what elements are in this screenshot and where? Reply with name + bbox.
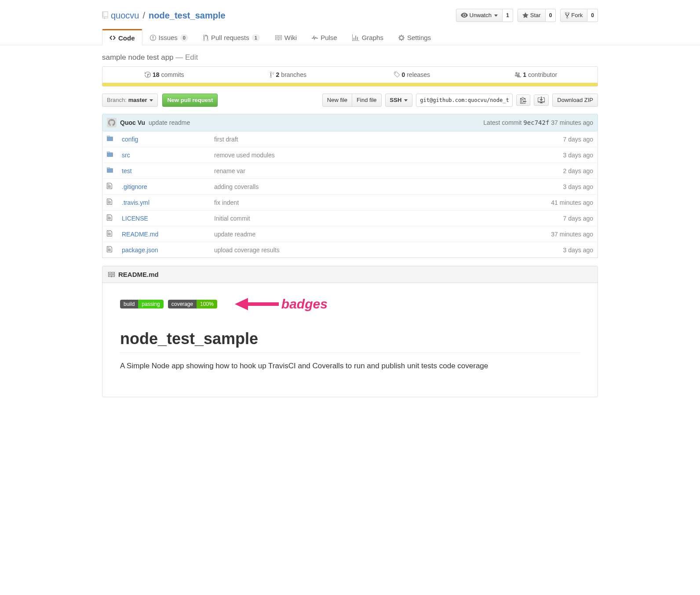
star-icon (522, 12, 529, 19)
caret-icon (494, 15, 498, 17)
avatar[interactable] (107, 118, 117, 127)
commits-stat[interactable]: 18 commits (102, 67, 226, 83)
repo-title: quocvu / node_test_sample (102, 11, 226, 21)
file-commit-link[interactable]: adding coveralls (214, 183, 259, 190)
file-name-link[interactable]: LICENSE (122, 215, 148, 222)
tab-pulse[interactable]: Pulse (304, 29, 345, 45)
find-file-button[interactable]: Find file (352, 94, 382, 107)
issues-count: 0 (180, 34, 188, 41)
tab-code[interactable]: Code (102, 29, 142, 45)
pr-icon (203, 34, 208, 41)
file-age: 3 days ago (528, 179, 598, 195)
tab-issues[interactable]: Issues 0 (142, 29, 196, 45)
branch-select-button[interactable]: Branch: master (102, 94, 158, 107)
file-name-link[interactable]: src (122, 152, 130, 159)
file-commit-link[interactable]: update readme (214, 231, 255, 238)
table-row: .gitignoreadding coveralls3 days ago (102, 179, 598, 195)
copy-url-button[interactable] (516, 94, 530, 106)
star-count[interactable]: 0 (546, 9, 556, 22)
graph-icon (352, 34, 359, 41)
file-name-link[interactable]: .gitignore (122, 183, 147, 190)
build-badge[interactable]: build passing (120, 300, 164, 308)
releases-stat[interactable]: 0 releases (350, 67, 474, 83)
commit-message-link[interactable]: update readme (149, 119, 190, 126)
tag-icon (394, 71, 400, 78)
annotation: badges (235, 296, 328, 312)
file-commit-link[interactable]: upload coverage results (214, 247, 280, 254)
download-desktop-button[interactable] (534, 94, 549, 106)
table-row: testrename var2 days ago (102, 163, 598, 179)
tab-graphs[interactable]: Graphs (345, 29, 391, 45)
watch-count[interactable]: 1 (503, 9, 513, 22)
fork-count[interactable]: 0 (587, 9, 598, 22)
file-commit-link[interactable]: fix indent (214, 199, 239, 206)
file-name-link[interactable]: config (122, 136, 138, 143)
pulls-count: 1 (252, 34, 260, 41)
file-icon (107, 214, 112, 221)
file-commit-link[interactable]: Initial commit (214, 215, 250, 222)
file-name-link[interactable]: README.md (122, 231, 158, 238)
repo-name-link[interactable]: node_test_sample (149, 11, 226, 21)
clone-protocol-button[interactable]: SSH (385, 94, 413, 107)
file-name-link[interactable]: package.json (122, 247, 158, 254)
new-file-button[interactable]: New file (322, 94, 352, 107)
table-row: srcremove used modules3 days ago (102, 147, 598, 163)
commit-author-link[interactable]: Quoc Vu (120, 119, 145, 126)
file-icon (107, 182, 112, 189)
commit-tease: Quoc Vu update readme Latest commit 9ec7… (102, 114, 598, 131)
repo-owner-link[interactable]: quocvu (111, 11, 139, 21)
clone-url-input[interactable] (416, 94, 513, 107)
issue-icon (150, 34, 156, 41)
file-icon (107, 230, 112, 237)
folder-icon (107, 151, 113, 158)
repo-icon (102, 11, 108, 19)
repo-separator: / (143, 11, 146, 21)
file-commit-link[interactable]: remove used modules (214, 152, 275, 159)
pagehead-actions: Unwatch 1 Star 0 Fork (456, 9, 598, 22)
download-zip-button[interactable]: Download ZIP (552, 94, 598, 107)
pulse-icon (312, 34, 318, 41)
unwatch-button[interactable]: Unwatch (456, 9, 503, 22)
table-row: README.mdupdate readme37 minutes ago (102, 226, 598, 242)
repo-nav: Code Issues 0 Pull requests 1 Wiki Pulse (102, 29, 598, 45)
book-icon (108, 271, 115, 278)
book-icon (275, 34, 282, 41)
file-icon (107, 198, 112, 205)
overall-summary: 18 commits 2 branches 0 releases 1 contr… (102, 66, 598, 83)
contributors-stat[interactable]: 1 contributor (474, 67, 598, 83)
file-age: 7 days ago (528, 210, 598, 226)
readme-header: README.md (102, 266, 598, 283)
folder-icon (107, 135, 113, 142)
eye-icon (461, 12, 468, 19)
history-icon (145, 71, 151, 78)
language-bar[interactable] (102, 83, 598, 87)
coverage-badge[interactable]: coverage 100% (168, 300, 217, 308)
edit-description-link[interactable]: Edit (185, 53, 198, 62)
fork-button[interactable]: Fork (560, 9, 587, 22)
file-commit-link[interactable]: rename var (214, 167, 245, 174)
readme-box: README.md build passing coverage 100% ba… (102, 266, 598, 397)
folder-icon (107, 167, 113, 174)
table-row: configfirst draft7 days ago (102, 131, 598, 147)
readme-heading: node_test_sample (120, 330, 580, 353)
file-icon (107, 246, 112, 253)
commit-sha-link[interactable]: 9ec742f (523, 119, 549, 126)
branch-icon (270, 71, 274, 78)
file-commit-link[interactable]: first draft (214, 136, 238, 143)
arrow-icon (235, 296, 279, 312)
new-pull-request-button[interactable]: New pull request (162, 94, 218, 107)
tab-pulls[interactable]: Pull requests 1 (196, 29, 267, 45)
branches-stat[interactable]: 2 branches (226, 67, 350, 83)
file-name-link[interactable]: test (122, 167, 132, 174)
mark-github-icon (108, 119, 115, 126)
clipboard-icon (520, 97, 526, 104)
star-button[interactable]: Star (518, 9, 546, 22)
table-row: LICENSEInitial commit7 days ago (102, 210, 598, 226)
fork-icon (565, 12, 569, 19)
file-name-link[interactable]: .travis.yml (122, 199, 149, 206)
file-age: 2 days ago (528, 163, 598, 179)
tab-settings[interactable]: Settings (391, 29, 438, 45)
tab-wiki[interactable]: Wiki (267, 29, 304, 45)
file-age: 3 days ago (528, 147, 598, 163)
gear-icon (398, 34, 405, 41)
